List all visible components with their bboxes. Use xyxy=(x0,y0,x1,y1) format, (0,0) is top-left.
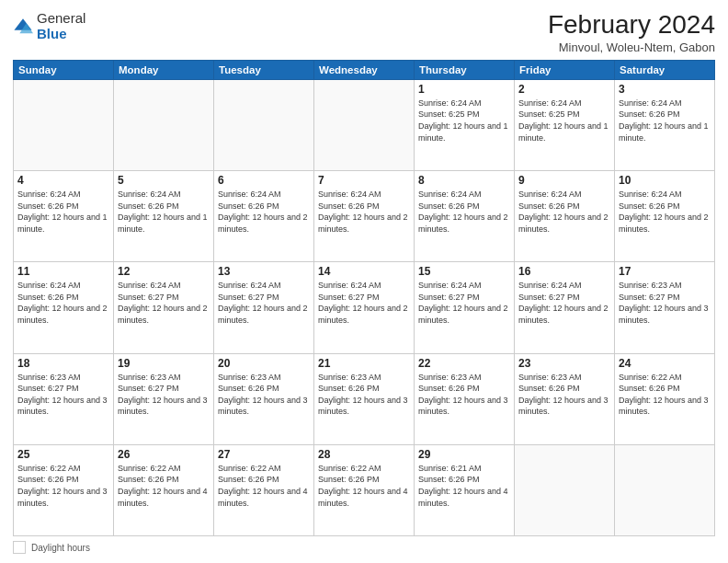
day-info: Sunrise: 6:24 AM Sunset: 6:26 PM Dayligh… xyxy=(17,280,109,326)
calendar-day-header-tuesday: Tuesday xyxy=(214,60,314,79)
page: General Blue February 2024 Minvoul, Wole… xyxy=(0,0,728,563)
calendar-table: SundayMondayTuesdayWednesdayThursdayFrid… xyxy=(13,60,715,536)
day-number: 2 xyxy=(518,83,610,96)
calendar-cell: 1Sunrise: 6:24 AM Sunset: 6:25 PM Daylig… xyxy=(415,79,515,170)
calendar-week-row: 18Sunrise: 6:23 AM Sunset: 6:27 PM Dayli… xyxy=(14,353,715,444)
calendar-cell: 6Sunrise: 6:24 AM Sunset: 6:26 PM Daylig… xyxy=(214,171,314,262)
day-info: Sunrise: 6:24 AM Sunset: 6:26 PM Dayligh… xyxy=(619,98,711,144)
day-info: Sunrise: 6:24 AM Sunset: 6:26 PM Dayligh… xyxy=(118,189,210,235)
calendar-cell: 20Sunrise: 6:23 AM Sunset: 6:26 PM Dayli… xyxy=(214,353,314,444)
day-number: 17 xyxy=(619,265,711,278)
day-number: 18 xyxy=(17,357,109,370)
calendar-cell: 22Sunrise: 6:23 AM Sunset: 6:26 PM Dayli… xyxy=(415,353,515,444)
day-number: 4 xyxy=(17,174,109,187)
day-info: Sunrise: 6:24 AM Sunset: 6:25 PM Dayligh… xyxy=(518,98,610,144)
calendar-cell: 25Sunrise: 6:22 AM Sunset: 6:26 PM Dayli… xyxy=(14,444,114,535)
logo-text: General Blue xyxy=(37,11,85,41)
calendar-cell: 19Sunrise: 6:23 AM Sunset: 6:27 PM Dayli… xyxy=(114,353,214,444)
day-info: Sunrise: 6:24 AM Sunset: 6:27 PM Dayligh… xyxy=(218,280,310,326)
calendar-cell xyxy=(615,444,715,535)
day-number: 3 xyxy=(619,83,711,96)
calendar-cell: 29Sunrise: 6:21 AM Sunset: 6:26 PM Dayli… xyxy=(415,444,515,535)
day-info: Sunrise: 6:23 AM Sunset: 6:27 PM Dayligh… xyxy=(118,372,210,418)
day-info: Sunrise: 6:22 AM Sunset: 6:26 PM Dayligh… xyxy=(619,372,711,418)
legend-box xyxy=(13,541,26,554)
day-number: 8 xyxy=(418,174,510,187)
day-info: Sunrise: 6:23 AM Sunset: 6:26 PM Dayligh… xyxy=(518,372,610,418)
legend: Daylight hours xyxy=(13,541,715,554)
title-block: February 2024 Minvoul, Woleu-Ntem, Gabon xyxy=(548,11,715,54)
main-title: February 2024 xyxy=(548,11,715,40)
logo-icon xyxy=(13,17,33,37)
logo: General Blue xyxy=(13,11,85,41)
calendar-cell: 14Sunrise: 6:24 AM Sunset: 6:27 PM Dayli… xyxy=(314,262,415,353)
day-number: 21 xyxy=(318,357,410,370)
calendar-cell: 17Sunrise: 6:23 AM Sunset: 6:27 PM Dayli… xyxy=(615,262,715,353)
logo-blue: Blue xyxy=(37,26,67,41)
day-info: Sunrise: 6:22 AM Sunset: 6:26 PM Dayligh… xyxy=(318,463,410,509)
calendar-week-row: 1Sunrise: 6:24 AM Sunset: 6:25 PM Daylig… xyxy=(14,79,715,170)
day-info: Sunrise: 6:24 AM Sunset: 6:26 PM Dayligh… xyxy=(518,189,610,235)
calendar-cell: 24Sunrise: 6:22 AM Sunset: 6:26 PM Dayli… xyxy=(615,353,715,444)
calendar-cell: 18Sunrise: 6:23 AM Sunset: 6:27 PM Dayli… xyxy=(14,353,114,444)
day-number: 5 xyxy=(118,174,210,187)
calendar-cell: 27Sunrise: 6:22 AM Sunset: 6:26 PM Dayli… xyxy=(214,444,314,535)
day-number: 20 xyxy=(218,357,310,370)
day-number: 14 xyxy=(318,265,410,278)
day-info: Sunrise: 6:24 AM Sunset: 6:27 PM Dayligh… xyxy=(118,280,210,326)
day-info: Sunrise: 6:24 AM Sunset: 6:26 PM Dayligh… xyxy=(318,189,410,235)
calendar-day-header-monday: Monday xyxy=(114,60,214,79)
calendar-cell: 7Sunrise: 6:24 AM Sunset: 6:26 PM Daylig… xyxy=(314,171,415,262)
calendar-cell: 15Sunrise: 6:24 AM Sunset: 6:27 PM Dayli… xyxy=(415,262,515,353)
calendar-cell: 16Sunrise: 6:24 AM Sunset: 6:27 PM Dayli… xyxy=(515,262,615,353)
calendar-cell xyxy=(214,79,314,170)
day-number: 19 xyxy=(118,357,210,370)
day-info: Sunrise: 6:22 AM Sunset: 6:26 PM Dayligh… xyxy=(118,463,210,509)
calendar-cell: 5Sunrise: 6:24 AM Sunset: 6:26 PM Daylig… xyxy=(114,171,214,262)
day-info: Sunrise: 6:24 AM Sunset: 6:26 PM Dayligh… xyxy=(218,189,310,235)
calendar-day-header-thursday: Thursday xyxy=(415,60,515,79)
day-number: 7 xyxy=(318,174,410,187)
calendar-header-row: SundayMondayTuesdayWednesdayThursdayFrid… xyxy=(14,60,715,79)
calendar-cell: 8Sunrise: 6:24 AM Sunset: 6:26 PM Daylig… xyxy=(415,171,515,262)
day-info: Sunrise: 6:23 AM Sunset: 6:26 PM Dayligh… xyxy=(318,372,410,418)
day-number: 22 xyxy=(418,357,510,370)
day-info: Sunrise: 6:24 AM Sunset: 6:27 PM Dayligh… xyxy=(418,280,510,326)
calendar-cell: 13Sunrise: 6:24 AM Sunset: 6:27 PM Dayli… xyxy=(214,262,314,353)
day-number: 24 xyxy=(619,357,711,370)
day-info: Sunrise: 6:23 AM Sunset: 6:26 PM Dayligh… xyxy=(218,372,310,418)
calendar-day-header-saturday: Saturday xyxy=(615,60,715,79)
calendar-cell: 26Sunrise: 6:22 AM Sunset: 6:26 PM Dayli… xyxy=(114,444,214,535)
logo-general: General xyxy=(37,10,85,26)
day-info: Sunrise: 6:23 AM Sunset: 6:26 PM Dayligh… xyxy=(418,372,510,418)
calendar-cell: 9Sunrise: 6:24 AM Sunset: 6:26 PM Daylig… xyxy=(515,171,615,262)
subtitle: Minvoul, Woleu-Ntem, Gabon xyxy=(548,40,715,54)
calendar-cell: 12Sunrise: 6:24 AM Sunset: 6:27 PM Dayli… xyxy=(114,262,214,353)
day-number: 6 xyxy=(218,174,310,187)
calendar-cell: 23Sunrise: 6:23 AM Sunset: 6:26 PM Dayli… xyxy=(515,353,615,444)
header: General Blue February 2024 Minvoul, Wole… xyxy=(13,11,715,54)
day-info: Sunrise: 6:24 AM Sunset: 6:27 PM Dayligh… xyxy=(518,280,610,326)
day-number: 10 xyxy=(619,174,711,187)
day-number: 27 xyxy=(218,448,310,461)
day-info: Sunrise: 6:24 AM Sunset: 6:27 PM Dayligh… xyxy=(318,280,410,326)
calendar-cell: 2Sunrise: 6:24 AM Sunset: 6:25 PM Daylig… xyxy=(515,79,615,170)
calendar-cell xyxy=(114,79,214,170)
day-info: Sunrise: 6:22 AM Sunset: 6:26 PM Dayligh… xyxy=(218,463,310,509)
calendar-cell: 11Sunrise: 6:24 AM Sunset: 6:26 PM Dayli… xyxy=(14,262,114,353)
day-number: 15 xyxy=(418,265,510,278)
calendar-cell: 3Sunrise: 6:24 AM Sunset: 6:26 PM Daylig… xyxy=(615,79,715,170)
calendar-cell xyxy=(14,79,114,170)
calendar-day-header-friday: Friday xyxy=(515,60,615,79)
day-info: Sunrise: 6:24 AM Sunset: 6:26 PM Dayligh… xyxy=(619,189,711,235)
calendar-cell xyxy=(515,444,615,535)
day-info: Sunrise: 6:23 AM Sunset: 6:27 PM Dayligh… xyxy=(619,280,711,326)
day-info: Sunrise: 6:21 AM Sunset: 6:26 PM Dayligh… xyxy=(418,463,510,509)
calendar-day-header-sunday: Sunday xyxy=(14,60,114,79)
calendar-cell: 21Sunrise: 6:23 AM Sunset: 6:26 PM Dayli… xyxy=(314,353,415,444)
calendar-cell: 4Sunrise: 6:24 AM Sunset: 6:26 PM Daylig… xyxy=(14,171,114,262)
legend-label: Daylight hours xyxy=(31,543,90,553)
day-number: 28 xyxy=(318,448,410,461)
day-info: Sunrise: 6:23 AM Sunset: 6:27 PM Dayligh… xyxy=(17,372,109,418)
calendar-cell xyxy=(314,79,415,170)
